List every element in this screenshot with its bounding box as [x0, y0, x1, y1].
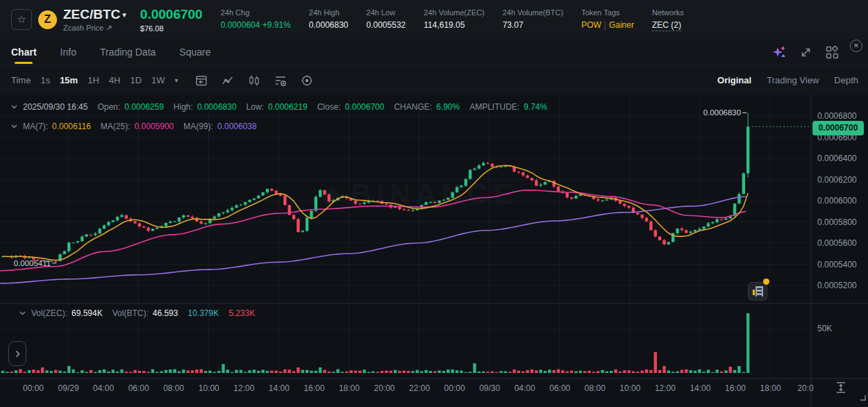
tab-info[interactable]: Info: [60, 39, 76, 65]
candle-body: [112, 220, 115, 222]
candle-body: [328, 194, 331, 201]
candle-body: [544, 182, 546, 185]
x-axis-label: 04:00: [515, 383, 535, 393]
view-depth[interactable]: Depth: [834, 75, 858, 85]
volume-bar: [253, 369, 256, 373]
candlestick-style-icon[interactable]: [248, 74, 260, 87]
candle-body: [310, 210, 312, 217]
view-original[interactable]: Original: [717, 75, 751, 85]
candle-body: [437, 201, 440, 203]
interval-4h[interactable]: 4H: [109, 75, 121, 85]
volume-bar: [495, 372, 498, 373]
zcash-price-link[interactable]: Zcash Price ↗: [63, 24, 126, 33]
volume-bar: [407, 371, 410, 373]
volume-bar: [261, 369, 264, 373]
candle-body: [385, 204, 387, 204]
tab-trading-data[interactable]: Trading Data: [100, 39, 156, 65]
indicators-icon[interactable]: [274, 74, 287, 87]
volume-bar: [76, 372, 79, 373]
candle-body: [654, 231, 657, 237]
candle-body: [138, 224, 141, 226]
pair-selector[interactable]: ZEC/BTC▾: [63, 7, 126, 22]
chart-area: ◆ BINANCE 0.00068000.00066000.00064000.0…: [0, 94, 868, 407]
x-axis-label: 09/29: [58, 383, 79, 393]
volume-bar: [654, 352, 657, 373]
volume-bar: [217, 371, 220, 373]
candle-body: [292, 215, 295, 219]
view-tradingview[interactable]: Trading View: [767, 75, 819, 85]
candle-body: [90, 235, 92, 235]
tab-chart[interactable]: Chart: [11, 39, 37, 65]
interval-15m[interactable]: 15m: [60, 75, 78, 85]
interval-1w[interactable]: 1W: [151, 75, 165, 85]
candle-body: [187, 215, 190, 217]
candle-body: [442, 200, 445, 201]
volume-bar: [195, 369, 198, 373]
vol-btc-value: 46.593: [153, 308, 178, 318]
token-tag-pow[interactable]: POW: [581, 20, 601, 30]
volume-bar: [394, 370, 397, 373]
candle-body: [451, 192, 454, 198]
volume-bar: [469, 372, 471, 373]
favorite-star-button[interactable]: ☆: [11, 9, 32, 30]
candle-body: [81, 237, 83, 242]
candle-body: [628, 206, 631, 208]
time-label: Time: [11, 75, 31, 85]
interval-1d[interactable]: 1D: [130, 75, 142, 85]
chart-canvas[interactable]: 0.00068000.00066000.00064000.00062000.00…: [0, 94, 868, 407]
volume-bar: [424, 370, 427, 373]
collapse-chevron-icon[interactable]: [19, 311, 26, 315]
news-marker-icon[interactable]: [748, 282, 767, 301]
volume-bar: [420, 371, 423, 373]
tab-square[interactable]: Square: [179, 39, 210, 65]
x-axis-label: 22:00: [409, 383, 430, 393]
interval-1s[interactable]: 1s: [40, 75, 50, 85]
candle-body: [531, 178, 533, 180]
candle-body: [702, 226, 705, 229]
token-tag-gainer[interactable]: Gainer: [609, 20, 634, 30]
stat-24h-volume-btc: 24h Volume(BTC) 73.07: [503, 8, 563, 31]
pane-expander-button[interactable]: [8, 341, 26, 366]
volume-bar: [416, 370, 419, 373]
volume-bar: [50, 371, 53, 373]
corner-resize-handle[interactable]: [858, 393, 867, 401]
volume-bar: [508, 372, 511, 373]
volume-bar: [367, 372, 370, 373]
candle-body: [711, 222, 714, 223]
volume-bar: [151, 369, 154, 373]
expand-icon[interactable]: [800, 47, 812, 58]
axis-scale-icon[interactable]: [833, 381, 849, 394]
line-chart-icon[interactable]: [222, 74, 234, 87]
candle-body: [240, 205, 242, 206]
candle-body: [486, 163, 489, 164]
ohlc-amplitude: 9.74%: [524, 102, 547, 112]
volume-bar: [270, 371, 273, 373]
interval-1h[interactable]: 1H: [87, 75, 99, 85]
candle-body: [724, 218, 727, 219]
candle-body: [681, 229, 683, 231]
layout-grid-icon[interactable]: [826, 46, 839, 59]
calendar-jump-icon[interactable]: [195, 74, 208, 87]
collapse-chevron-icon[interactable]: [11, 124, 17, 128]
volume-bar: [67, 366, 70, 373]
chart-settings-icon[interactable]: [301, 74, 313, 87]
x-axis-label: 00:00: [23, 383, 44, 393]
interval-dropdown-caret[interactable]: ▾: [175, 76, 178, 84]
volume-bar: [116, 372, 119, 373]
candle-timestamp: 2025/09/30 16:45: [23, 102, 87, 112]
volume-bar: [667, 370, 670, 373]
volume-bar: [147, 372, 149, 373]
volume-bar: [698, 369, 701, 373]
candle-body: [116, 217, 119, 220]
x-axis-label: 04:00: [93, 383, 114, 393]
volume-bar: [694, 371, 696, 373]
collapse-chevron-icon[interactable]: [11, 105, 17, 109]
close-icon[interactable]: ✕: [850, 40, 862, 52]
y-axis-label: 0.0006200: [817, 175, 857, 185]
volume-bar: [385, 370, 387, 373]
networks-value[interactable]: ZEC (2): [652, 20, 681, 31]
vol-zec-value: 69.594K: [72, 308, 103, 318]
x-axis-label: 20:0: [797, 383, 814, 393]
candle-body: [689, 232, 692, 233]
ai-sparkle-icon[interactable]: [772, 46, 786, 59]
